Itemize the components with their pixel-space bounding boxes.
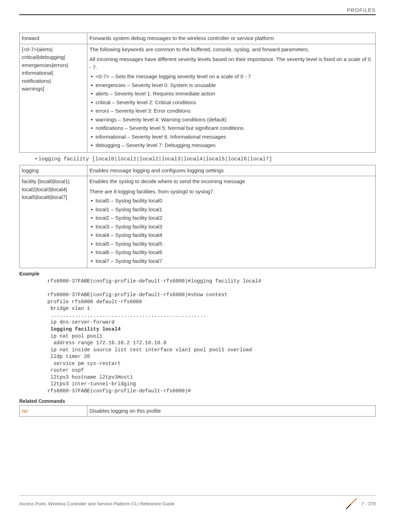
svg-line-1: [346, 504, 351, 509]
footer-title: Access Point, Wireless Controller and Se…: [19, 501, 174, 506]
severity-table: forward Forwards system debug messages t…: [19, 33, 376, 153]
facility-table: logging Enables message logging and conf…: [19, 165, 376, 268]
related-commands-heading: Related Commands: [19, 398, 376, 404]
code-line: rfs6000-37FABE(config-profile-default-rf…: [47, 388, 191, 394]
list-item: local2 – Syslog facility local2: [89, 214, 373, 222]
list-item: emergencies – Severity level 0: System i…: [89, 81, 373, 89]
code-line: bridge vlan 1: [47, 306, 90, 311]
list-item: local7 – Syslog facility local7: [89, 257, 373, 265]
desc-cell: Disables logging on this profile: [87, 405, 376, 417]
command-syntax-bullet: • logging facility [local0|local1|local2…: [35, 155, 376, 162]
param-cell: forward: [20, 33, 87, 44]
code-line: ........................................…: [47, 313, 206, 318]
list-item: errors – Severity level 3: Error conditi…: [89, 107, 373, 115]
related-commands-table: no Disables logging on this profile: [19, 405, 376, 417]
severity-list: <0-7> – Sets the message logging severit…: [89, 73, 373, 149]
list-item: local3 – Syslog facility local3: [89, 223, 373, 231]
desc-cell: The following keywords are common to the…: [87, 44, 376, 152]
table-row: forward Forwards system debug messages t…: [20, 33, 376, 44]
code-line: ip dns-server-forward: [47, 319, 114, 325]
list-item: warnings – Severity level 4: Warning con…: [89, 116, 373, 124]
desc-cell: Enables message logging and configures l…: [87, 165, 376, 176]
no-command-link[interactable]: no: [22, 408, 28, 414]
list-item: local6 – Syslog facility local6: [89, 248, 373, 257]
code-line: rfs6000-37FABE(config-profile-default-rf…: [47, 278, 261, 284]
example-heading: Example: [19, 271, 376, 277]
list-item: critical – Severity level 2: Critical co…: [89, 99, 373, 107]
page-corner-icon: [346, 498, 357, 510]
list-item: debugging – Severity level 7: Debugging …: [89, 141, 373, 149]
code-line: l2tpv3 hostname l2tpv3Host1: [47, 374, 133, 380]
page-header: PROFILES: [19, 7, 376, 15]
desc-paragraph: All incoming messages have different sev…: [89, 55, 373, 71]
table-row: logging Enables message logging and conf…: [20, 165, 376, 176]
code-line: router ospf: [47, 367, 84, 373]
list-item: notifications – Severity level 5: Normal…: [89, 124, 373, 132]
code-line: lldp timer 20: [47, 354, 90, 359]
list-item: informational – Severity level 6: Inform…: [89, 133, 373, 141]
table-row: no Disables logging on this profile: [20, 405, 376, 417]
code-line: rfs6000-37FABE(config-profile-default-rf…: [47, 292, 227, 298]
desc-paragraph: Enables the syslog to decide where to se…: [89, 178, 373, 186]
facility-list: local0 – Syslog facility local0 local1 –…: [89, 197, 373, 265]
param-cell: no: [20, 405, 87, 417]
param-cell: [<0-7>|alerts| criticail|debugging| emer…: [20, 44, 87, 152]
code-line-highlight: logging facility local4: [47, 326, 121, 332]
desc-paragraph: The following keywords are common to the…: [89, 46, 373, 54]
list-item: local5 – Syslog facility local5: [89, 240, 373, 248]
desc-cell: Enables the syslog to decide where to se…: [87, 176, 376, 268]
param-cell: logging: [20, 165, 87, 176]
list-item: alerts – Severity level 1: Requires imme…: [89, 90, 373, 98]
table-row: [<0-7>|alerts| criticail|debugging| emer…: [20, 44, 376, 152]
code-line: address range 172.16.10.2 172.16.10.8: [47, 340, 166, 346]
page-number: 7 - 378: [362, 501, 376, 506]
desc-paragraph: There are 8 logging facilities, from sys…: [89, 188, 373, 196]
list-item: <0-7> – Sets the message logging severit…: [89, 73, 373, 81]
code-line: profile rfs6000 default-rfs6000: [47, 299, 142, 305]
code-line: ip nat inside source list test interface…: [47, 347, 252, 353]
code-line: ip nat pool pool1: [47, 333, 102, 339]
desc-cell: Forwards system debug messages to the wi…: [87, 33, 376, 44]
param-cell: facility [local0|local1| local2|local3|l…: [20, 176, 87, 268]
command-syntax: logging facility [local0|local1|local2|l…: [38, 156, 272, 162]
page-footer: Access Point, Wireless Controller and Se…: [19, 495, 376, 510]
code-line: service pm sys-restart: [47, 361, 121, 366]
example-block: rfs6000-37FABE(config-profile-default-rf…: [47, 278, 376, 395]
list-item: local1 – Syslog facility local1: [89, 206, 373, 214]
table-row: facility [local0|local1| local2|local3|l…: [20, 176, 376, 268]
list-item: local0 – Syslog facility local0: [89, 197, 373, 205]
code-line: l2tpv3 inter-tunnel-bridging: [47, 381, 136, 387]
list-item: local4 – Syslog facility local4: [89, 231, 373, 239]
